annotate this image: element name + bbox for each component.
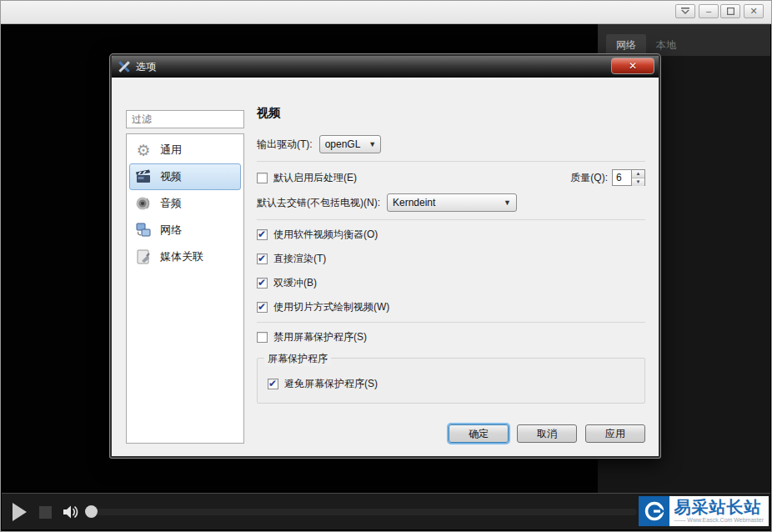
software-equalizer-label: 使用软件视频均衡器(O) — [273, 228, 378, 242]
chevron-down-icon — [681, 8, 689, 15]
deinterlace-value: Kerndeint — [393, 197, 435, 208]
sidebar-item-label: 视频 — [160, 169, 182, 184]
postprocess-checkbox[interactable] — [257, 173, 268, 183]
divider — [257, 322, 645, 323]
ok-button[interactable]: 确定 — [449, 424, 509, 443]
gear-icon: ⚙ — [134, 141, 153, 159]
watermark: 易采站长站 —— Www.Easck.Com Webmaster — [639, 496, 769, 526]
output-driver-label: 输出驱动(T): — [257, 138, 313, 152]
double-buffering-checkbox[interactable] — [257, 278, 268, 289]
direct-rendering-label: 直接渲染(T) — [273, 252, 326, 266]
quality-spinner[interactable]: 6 — [612, 169, 632, 186]
sidebar-item-label: 音频 — [160, 196, 182, 211]
video-settings-panel: 视频 输出驱动(T): openGL ▼ 默认启用后处理(E) 质量( — [257, 106, 645, 443]
apply-button[interactable]: 应用 — [585, 424, 645, 443]
options-dialog: 选项 ✕ ⚙ 通用 — [110, 54, 660, 458]
software-equalizer-checkbox[interactable] — [257, 229, 268, 240]
direct-rendering-checkbox[interactable] — [257, 253, 268, 264]
dialog-body: ⚙ 通用 视频 — [112, 78, 659, 456]
sidebar-item-general[interactable]: ⚙ 通用 — [129, 137, 241, 163]
cancel-button[interactable]: 取消 — [517, 424, 577, 443]
postprocess-label: 默认启用后处理(E) — [273, 171, 357, 185]
tools-icon — [118, 61, 130, 73]
player-window: – ✕ 网络 本地 选项 ✕ — [0, 0, 772, 532]
spin-down-icon[interactable]: ▼ — [632, 178, 644, 186]
compact-mode-button[interactable] — [675, 4, 695, 18]
disable-screensaver-label: 禁用屏幕保护程序(S) — [273, 330, 367, 344]
sidebar-item-label: 媒体关联 — [160, 249, 203, 264]
deinterlace-select[interactable]: Kerndeint ▼ — [387, 193, 517, 212]
play-button[interactable] — [13, 503, 27, 521]
maximize-icon — [727, 8, 734, 15]
dialog-titlebar[interactable]: 选项 ✕ — [112, 56, 659, 78]
sidebar-item-media-association[interactable]: 媒体关联 — [129, 243, 241, 270]
maximize-button[interactable] — [720, 4, 740, 18]
screensaver-groupbox: 屏幕保护程序 避免屏幕保护程序(S) — [257, 358, 645, 404]
dialog-button-row: 确定 取消 应用 — [449, 424, 645, 443]
screensaver-group-title: 屏幕保护程序 — [264, 352, 331, 366]
dialog-close-button[interactable]: ✕ — [611, 58, 654, 74]
watermark-textbox: 易采站长站 —— Www.Easck.Com Webmaster — [669, 496, 769, 526]
quality-label: 质量(Q): — [570, 171, 608, 185]
dialog-title: 选项 — [136, 60, 156, 74]
draw-slices-label: 使用切片方式绘制视频(W) — [273, 300, 389, 314]
chevron-down-icon: ▼ — [368, 140, 376, 148]
player-controlbar: 0 易采站长站 —— Www.Easck.Com Webmaster — [2, 493, 770, 529]
draw-slices-checkbox[interactable] — [257, 302, 268, 313]
sidebar-item-video[interactable]: 视频 — [129, 163, 241, 190]
close-window-button[interactable]: ✕ — [744, 4, 764, 18]
watermark-title: 易采站长站 — [674, 497, 764, 517]
watermark-subtitle: —— Www.Easck.Com Webmaster — [674, 517, 764, 524]
double-buffering-label: 双缓冲(B) — [273, 276, 317, 290]
network-icon — [134, 221, 153, 239]
settings-category-list: ⚙ 通用 视频 — [126, 133, 244, 444]
minimize-button[interactable]: – — [699, 4, 719, 18]
tab-network[interactable]: 网络 — [606, 34, 646, 56]
media-association-icon — [134, 248, 153, 266]
output-driver-value: openGL — [325, 138, 361, 150]
clapperboard-icon — [134, 168, 153, 186]
sidebar-item-label: 网络 — [160, 223, 182, 238]
page-title: 视频 — [257, 106, 645, 121]
chevron-down-icon: ▼ — [504, 198, 511, 207]
sidebar-item-audio[interactable]: 音频 — [129, 190, 241, 217]
speaker-icon — [134, 194, 153, 213]
seek-slider-track[interactable] — [85, 509, 637, 515]
output-driver-select[interactable]: openGL ▼ — [319, 135, 381, 153]
sidebar-item-label: 通用 — [160, 143, 182, 158]
divider — [257, 219, 645, 220]
spin-up-icon[interactable]: ▲ — [632, 170, 644, 178]
tab-local[interactable]: 本地 — [646, 34, 686, 56]
window-titlebar: – ✕ — [1, 1, 771, 24]
avoid-screensaver-label: 避免屏幕保护程序(S) — [284, 377, 378, 391]
seek-slider-handle[interactable] — [85, 505, 98, 518]
quality-spinner-buttons[interactable]: ▲ ▼ — [632, 169, 645, 186]
deinterlace-label: 默认去交错(不包括电视)(N): — [257, 196, 380, 210]
avoid-screensaver-checkbox[interactable] — [268, 379, 278, 389]
divider — [257, 161, 645, 162]
volume-icon[interactable] — [62, 504, 80, 524]
sidebar-item-network[interactable]: 网络 — [129, 217, 241, 243]
stop-button[interactable] — [39, 506, 52, 519]
filter-input[interactable] — [126, 110, 244, 128]
playlist-tabbar: 网络 本地 — [598, 24, 770, 56]
disable-screensaver-checkbox[interactable] — [257, 332, 268, 343]
watermark-logo-icon — [639, 496, 669, 526]
